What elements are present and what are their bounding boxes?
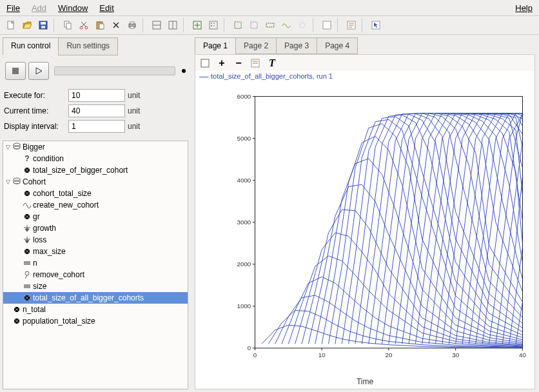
page-tabs: Page 1Page 2Page 3Page 4 — [195, 37, 535, 54]
page-tab[interactable]: Page 2 — [235, 37, 277, 54]
svg-rect-51 — [201, 59, 209, 67]
execute-for-input[interactable] — [68, 89, 125, 102]
svg-line-46 — [25, 275, 27, 279]
save-icon[interactable] — [36, 18, 50, 32]
new-file-icon[interactable] — [4, 18, 18, 32]
split-v-icon[interactable] — [166, 18, 180, 32]
minus-icon[interactable]: − — [231, 56, 246, 70]
svg-rect-31 — [12, 68, 19, 74]
menu-add: Add — [30, 2, 48, 14]
tree-item-label: loss — [33, 235, 46, 244]
circle-icon — [23, 293, 32, 302]
svg-rect-5 — [66, 23, 71, 29]
split-h-icon[interactable] — [150, 18, 164, 32]
select-solid-icon[interactable] — [231, 18, 245, 32]
plot-settings-icon[interactable] — [206, 18, 220, 32]
svg-rect-2 — [41, 22, 46, 24]
tree-item[interactable]: n_total — [3, 304, 188, 315]
plus-icon[interactable]: + — [215, 56, 229, 70]
current-time-input[interactable] — [68, 104, 125, 117]
svg-rect-47 — [24, 284, 30, 288]
rect-icon — [23, 282, 32, 291]
tree-item[interactable]: total_size_of_bigger_cohort — [3, 164, 188, 176]
tree-item[interactable]: total_size_of_all_bigger_cohorts — [3, 292, 188, 304]
tab-run-settings[interactable]: Run settings — [58, 37, 118, 55]
tree-item-label: cohort_total_size — [33, 189, 92, 198]
tree-item[interactable]: max_size — [3, 246, 188, 257]
tab-run-control[interactable]: Run control — [3, 37, 59, 55]
props-icon[interactable] — [344, 18, 358, 32]
circle-icon — [12, 317, 21, 326]
tree-item[interactable]: population_total_size — [3, 315, 188, 327]
arrow-cursor-icon[interactable] — [369, 18, 383, 32]
circle-icon — [23, 189, 32, 198]
tree-item[interactable]: growth — [3, 222, 188, 234]
page-toolbar: + − T — [195, 54, 535, 71]
tree-item[interactable]: ▽Cohort — [3, 176, 188, 188]
cut-icon[interactable] — [77, 18, 91, 32]
svg-rect-9 — [98, 21, 101, 23]
svg-point-33 — [14, 146, 20, 149]
paste-icon[interactable] — [93, 18, 107, 32]
chart-xlabel: Time — [357, 377, 373, 386]
plot-box-icon[interactable] — [198, 56, 212, 70]
tree-item-label: remove_cohort — [33, 270, 84, 279]
print-icon[interactable] — [125, 18, 139, 32]
speed-slider[interactable] — [54, 66, 175, 75]
menu-edit[interactable]: Edit — [98, 2, 115, 14]
page-tab[interactable]: Page 1 — [195, 37, 236, 54]
svg-rect-28 — [323, 21, 331, 29]
stop-button[interactable] — [5, 62, 26, 80]
arrow-icon — [23, 224, 32, 233]
tree-item[interactable]: gr — [3, 211, 188, 222]
q-icon: ? — [23, 154, 32, 163]
page-props-icon[interactable] — [248, 56, 262, 70]
chart-legend: total_size_of_all_bigger_cohorts, run 1 — [195, 71, 535, 81]
svg-point-20 — [211, 23, 212, 24]
svg-rect-26 — [266, 23, 274, 27]
display-interval-unit: unit — [128, 122, 140, 131]
wave-icon[interactable] — [279, 18, 293, 32]
svg-text:5000: 5000 — [237, 135, 251, 142]
model-tree[interactable]: ▽Bigger?conditiontotal_size_of_bigger_co… — [3, 141, 188, 389]
circle-icon — [12, 305, 21, 314]
tree-item[interactable]: n — [3, 257, 188, 269]
display-interval-input[interactable] — [68, 120, 125, 133]
tree-item[interactable]: ?condition — [3, 153, 188, 164]
execute-for-unit: unit — [128, 91, 140, 100]
tree-item-label: Cohort — [23, 177, 46, 186]
circle-icon — [23, 212, 32, 221]
text-tool-icon[interactable]: T — [265, 56, 279, 70]
svg-rect-19 — [210, 21, 217, 29]
tree-item[interactable]: remove_cohort — [3, 269, 188, 280]
select-dashed-icon[interactable] — [247, 18, 261, 32]
menu-help[interactable]: Help — [514, 2, 534, 14]
menu-file[interactable]: File — [5, 2, 21, 14]
svg-point-23 — [213, 25, 215, 26]
display-interval-label: Display interval: — [4, 122, 68, 131]
blank-icon[interactable] — [320, 18, 334, 32]
page-tab[interactable]: Page 4 — [317, 37, 358, 54]
tree-item[interactable]: create_new_cohort — [3, 199, 188, 211]
page-tab[interactable]: Page 3 — [276, 37, 317, 54]
delete-icon[interactable] — [109, 18, 123, 32]
speed-dot-icon — [182, 69, 186, 73]
svg-point-35 — [14, 178, 20, 181]
menu-window[interactable]: Window — [57, 2, 89, 14]
svg-rect-44 — [24, 261, 30, 265]
open-icon[interactable] — [20, 18, 34, 32]
fuzzy-icon[interactable] — [295, 18, 309, 32]
play-button[interactable] — [28, 62, 49, 80]
tree-item-label: gr — [33, 212, 40, 221]
tree-item[interactable]: cohort_total_size — [3, 188, 188, 199]
tree-item[interactable]: ▽Bigger — [3, 141, 188, 153]
execute-for-label: Execute for: — [4, 91, 68, 100]
tree-item[interactable]: loss — [3, 234, 188, 246]
select-wide-icon[interactable] — [263, 18, 277, 32]
chart-svg: 0100020003000400050006000010203040 — [228, 86, 529, 371]
tree-item[interactable]: size — [3, 280, 188, 292]
left-panel: Run control Run settings Execute for: un… — [0, 35, 191, 392]
copy-icon[interactable] — [61, 18, 75, 32]
plot-add-icon[interactable] — [190, 18, 204, 32]
chart-area[interactable]: 0100020003000400050006000010203040 Time — [195, 81, 535, 389]
